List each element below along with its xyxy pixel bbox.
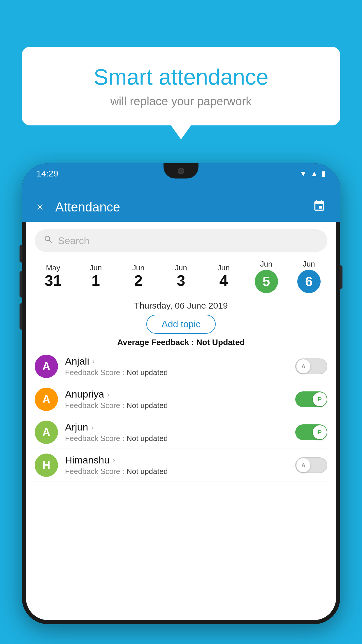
attendance-toggle[interactable]: P [295,424,327,440]
student-feedback: Feedback Score : Not updated [65,434,295,443]
student-name: Arjun › [65,421,295,433]
avatar: A [35,388,58,411]
signal-icon: ▲ [310,169,318,178]
status-time: 14:29 [36,169,58,178]
speech-bubble-subtitle: will replace your paperwork [42,95,320,108]
chevron-right-icon: › [91,423,94,432]
chevron-right-icon: › [113,456,115,465]
student-info: Himanshu › Feedback Score : Not updated [65,454,295,476]
battery-icon: ▮ [321,169,326,178]
date-cell-jun4[interactable]: Jun 4 [202,263,245,289]
phone-container: 14:29 ▼ ▲ ▮ × Attendance [22,163,340,644]
student-feedback: Feedback Score : Not updated [65,467,295,476]
date-cell-jun5[interactable]: Jun 5 [245,260,287,293]
camera-dot [178,168,184,174]
search-placeholder: Search [58,235,89,246]
attendance-toggle[interactable]: A [295,457,327,473]
silent-button [20,303,22,330]
date-row: May 31 Jun 1 Jun 2 Jun 3 [26,257,336,296]
speech-bubble-title: Smart attendance [42,64,320,90]
student-item[interactable]: A Anupriya › Feedback Score : Not update… [32,383,330,416]
status-icons: ▼ ▲ ▮ [300,169,326,178]
avatar: A [35,355,58,378]
attendance-toggle[interactable]: P [295,391,327,407]
chevron-right-icon: › [92,357,95,366]
student-name: Himanshu › [65,454,295,466]
student-list: A Anjali › Feedback Score : Not updated … [26,350,336,482]
student-info: Arjun › Feedback Score : Not updated [65,421,295,443]
student-info: Anupriya › Feedback Score : Not updated [65,388,295,410]
volume-down-button [20,271,22,298]
date-cell-may31[interactable]: May 31 [32,263,74,289]
date-cell-jun3[interactable]: Jun 3 [160,263,202,289]
close-button[interactable]: × [36,200,44,214]
phone-frame: 14:29 ▼ ▲ ▮ × Attendance [22,163,340,624]
speech-bubble: Smart attendance will replace your paper… [22,47,340,125]
selected-date: Thursday, 06 June 2019 [32,301,330,311]
student-name: Anjali › [65,356,295,367]
app-header: × Attendance [22,192,340,222]
notch-cutout [164,163,198,178]
wifi-icon: ▼ [300,169,307,178]
date-cell-jun1[interactable]: Jun 1 [74,263,117,289]
student-name: Anupriya › [65,388,295,400]
student-info: Anjali › Feedback Score : Not updated [65,356,295,377]
avatar: A [35,421,58,444]
header-title: Attendance [55,200,313,214]
search-bar[interactable]: Search [35,229,327,252]
avg-feedback: Average Feedback : Not Updated [32,338,330,347]
add-topic-button[interactable]: Add topic [146,315,215,334]
student-item[interactable]: H Himanshu › Feedback Score : Not update… [32,449,330,482]
avatar: H [35,454,58,477]
phone-screen: Search May 31 Jun 1 Jun 2 [26,222,336,620]
info-section: Thursday, 06 June 2019 Add topic Average… [26,296,336,350]
power-button [340,265,342,289]
speech-bubble-container: Smart attendance will replace your paper… [22,47,340,125]
chevron-right-icon: › [107,390,110,399]
student-feedback: Feedback Score : Not updated [65,368,295,377]
attendance-toggle[interactable]: A [295,358,327,374]
calendar-icon[interactable] [313,200,326,215]
date-cell-jun6[interactable]: Jun 6 [288,260,330,293]
date-cell-jun2[interactable]: Jun 2 [117,263,160,289]
volume-up-button [20,245,22,262]
student-item[interactable]: A Arjun › Feedback Score : Not updated P [32,416,330,449]
student-item[interactable]: A Anjali › Feedback Score : Not updated … [32,350,330,383]
search-icon [43,235,53,247]
student-feedback: Feedback Score : Not updated [65,401,295,410]
